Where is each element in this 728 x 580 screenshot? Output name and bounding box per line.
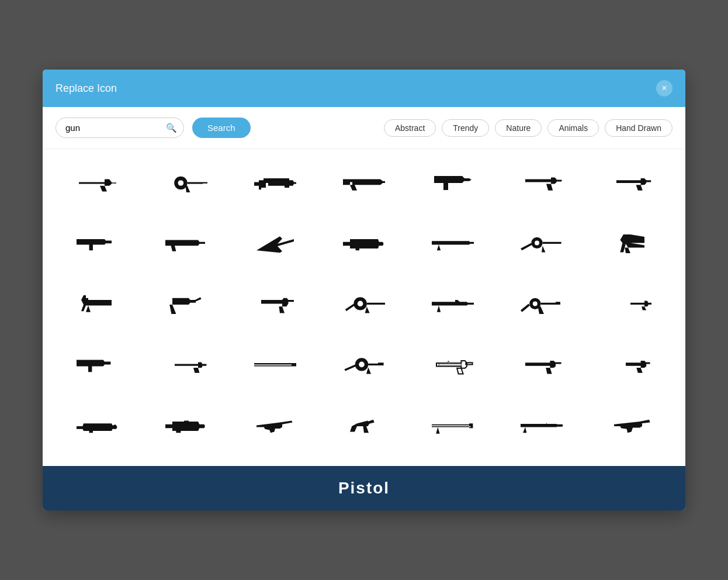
dialog-header: Replace Icon × [43,70,685,107]
svg-point-16 [355,300,357,302]
svg-point-2 [179,178,182,181]
gun-icon-revolver-front[interactable] [322,337,406,393]
dialog-toolbar: 🔍 Search Abstract Trendy Nature Animals … [43,107,685,149]
gun-icon-revolver-2[interactable] [322,277,406,333]
svg-point-15 [364,305,366,307]
svg-point-12 [359,298,362,300]
footer-label: Pistol [338,479,390,498]
svg-point-21 [359,362,365,368]
gun-icon-revolver-1[interactable] [144,155,228,211]
gun-icon-rifle-long[interactable] [411,216,495,272]
icon-grid-body [43,149,685,466]
gun-icon-m16[interactable] [322,216,406,272]
filter-tags: Abstract Trendy Nature Animals Hand Draw… [384,119,672,137]
dialog-title: Replace Icon [56,82,117,95]
svg-point-7 [176,184,178,186]
gun-icon-western-pistol[interactable] [500,277,584,333]
gun-icon-rifle-ak[interactable] [233,155,317,211]
gun-icon-uzi-1[interactable] [411,155,495,211]
search-icon: 🔍 [166,123,177,133]
gun-icon-flintlock[interactable] [233,398,317,454]
svg-point-23 [360,368,363,370]
gun-icon-mp5[interactable] [56,216,140,272]
gun-icon-pistol-side[interactable] [144,337,228,393]
gun-icon-compact-pistol[interactable] [588,337,672,393]
gun-icon-pistol-2[interactable] [500,155,584,211]
svg-point-19 [533,301,538,306]
svg-point-1 [178,180,184,186]
gun-icon-sniper-long[interactable] [411,398,495,454]
gun-icon-thompson[interactable] [322,155,406,211]
gun-icon-ar15[interactable] [56,398,140,454]
svg-point-4 [183,180,186,182]
svg-point-22 [360,358,363,361]
filter-tag-nature[interactable]: Nature [495,119,542,137]
close-button[interactable]: × [656,80,672,96]
gun-icon-snub-revolver[interactable] [322,398,406,454]
gun-icon-military-pistol[interactable] [500,337,584,393]
gun-icon-scoped-rifle[interactable] [144,398,228,454]
search-input[interactable] [56,118,184,138]
svg-point-14 [364,300,366,302]
gun-icon-small-handgun[interactable] [588,277,672,333]
svg-point-24 [365,361,368,363]
gun-icon-smg[interactable] [144,216,228,272]
filter-tag-animals[interactable]: Animals [547,119,599,137]
replace-icon-dialog: Replace Icon × 🔍 Search Abstract Trendy … [43,70,685,510]
gun-icon-antique-pistol[interactable] [588,398,672,454]
gun-icon-long-shotgun[interactable] [233,337,317,393]
svg-point-9 [535,240,539,245]
gun-icon-derringer[interactable] [588,216,672,272]
search-wrap: 🔍 [56,118,184,138]
filter-tag-hand-drawn[interactable]: Hand Drawn [605,119,672,137]
gun-icon-old-revolver[interactable] [500,216,584,272]
gun-icon-sawn-off[interactable] [144,277,228,333]
icon-grid [56,155,672,454]
gun-icon-luger[interactable] [233,277,317,333]
svg-point-17 [355,305,357,307]
svg-point-3 [179,185,182,188]
svg-point-25 [365,365,368,368]
gun-icon-sniper[interactable] [411,277,495,333]
svg-point-6 [176,180,178,182]
svg-point-11 [358,301,363,307]
gun-icon-musket[interactable] [500,398,584,454]
gun-icon-double-derringer[interactable] [56,277,140,333]
dialog-footer: Pistol [43,466,685,510]
gun-icon-shotgun-aimed[interactable] [233,216,317,272]
gun-icon-1911[interactable] [411,337,495,393]
overlay: Replace Icon × 🔍 Search Abstract Trendy … [0,0,728,580]
search-button[interactable]: Search [192,118,251,138]
gun-icon-glock[interactable] [588,155,672,211]
svg-point-26 [356,361,358,363]
svg-point-13 [359,307,362,309]
svg-point-27 [356,365,358,368]
svg-point-5 [183,184,186,186]
gun-icon-pistol-1[interactable] [56,155,140,211]
filter-tag-abstract[interactable]: Abstract [384,119,436,137]
gun-icon-compact-smg[interactable] [56,337,140,393]
filter-tag-trendy[interactable]: Trendy [442,119,489,137]
